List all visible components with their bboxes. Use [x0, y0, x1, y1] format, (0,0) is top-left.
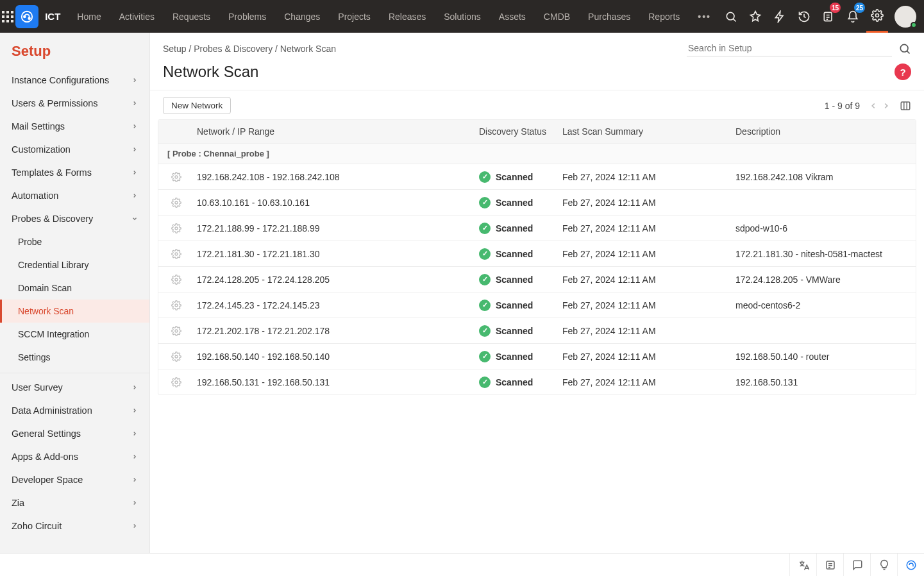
table-row[interactable]: 192.168.242.108 - 192.168.242.108✓Scanne… — [158, 164, 916, 189]
sidebar-sub-probe[interactable]: Probe — [0, 230, 149, 253]
sidebar-item-label: Zoho Circuit — [12, 521, 62, 531]
topbar-right: 15 25 — [720, 0, 924, 33]
table-row[interactable]: 172.21.188.99 - 172.21.188.99✓ScannedFeb… — [158, 215, 916, 241]
sidebar-item-data-administration[interactable]: Data Administration — [0, 399, 149, 422]
nav-purchases[interactable]: Purchases — [579, 0, 639, 33]
svg-point-12 — [727, 12, 734, 20]
sidebar-item-zia[interactable]: Zia — [0, 491, 149, 514]
nav-activities[interactable]: Activities — [110, 0, 164, 33]
col-summary[interactable]: Last Scan Summary — [560, 126, 733, 137]
row-gear-icon[interactable] — [158, 172, 194, 182]
chevron-right-icon — [130, 475, 139, 484]
col-description[interactable]: Description — [733, 126, 916, 137]
nav-reports[interactable]: Reports — [639, 0, 689, 33]
pin-icon[interactable] — [744, 0, 766, 33]
column-toggle-icon[interactable] — [900, 100, 911, 112]
sidebar-sub-credential-library[interactable]: Credential Library — [0, 253, 149, 276]
row-gear-icon[interactable] — [158, 326, 194, 336]
announcements-icon[interactable]: 15 — [818, 0, 839, 33]
nav-problems[interactable]: Problems — [219, 0, 275, 33]
table-row[interactable]: 172.21.181.30 - 172.21.181.30✓ScannedFeb… — [158, 241, 916, 266]
brand[interactable]: ICT — [15, 5, 68, 28]
sidebar-item-instance-configurations[interactable]: Instance Configurations — [0, 69, 149, 92]
cell-status: ✓Scanned — [476, 274, 560, 285]
sidebar-item-developer-space[interactable]: Developer Space — [0, 468, 149, 491]
nav-changes[interactable]: Changes — [275, 0, 329, 33]
table-row[interactable]: 192.168.50.140 - 192.168.50.140✓ScannedF… — [158, 343, 916, 369]
nav-solutions[interactable]: Solutions — [435, 0, 490, 33]
nav-requests[interactable]: Requests — [164, 0, 219, 33]
nav-cmdb[interactable]: CMDB — [535, 0, 579, 33]
row-gear-icon[interactable] — [158, 377, 194, 387]
language-icon[interactable] — [789, 554, 816, 577]
bolt-icon[interactable] — [769, 0, 791, 33]
support-icon[interactable] — [897, 554, 924, 577]
cell-status: ✓Scanned — [476, 223, 560, 234]
sidebar-sub-settings[interactable]: Settings — [0, 346, 149, 369]
help-button[interactable]: ? — [895, 64, 911, 80]
search-input[interactable] — [687, 40, 892, 56]
pager: 1 - 9 of 9 — [825, 100, 911, 112]
svg-point-21 — [175, 278, 178, 281]
table-row[interactable]: 192.168.50.131 - 192.168.50.131✓ScannedF… — [158, 369, 916, 394]
chevron-right-icon — [130, 521, 139, 530]
sidebar-item-probes-discovery[interactable]: Probes & Discovery — [0, 207, 149, 230]
cell-status: ✓Scanned — [476, 248, 560, 260]
chevron-right-icon — [130, 145, 139, 154]
sidebar-item-user-survey[interactable]: User Survey — [0, 373, 149, 399]
sidebar-item-customization[interactable]: Customization — [0, 138, 149, 161]
chat-icon[interactable] — [843, 554, 870, 577]
pager-prev-icon[interactable] — [869, 101, 878, 110]
check-icon: ✓ — [479, 274, 491, 285]
brand-icon — [15, 5, 38, 28]
sidebar-item-zoho-circuit[interactable]: Zoho Circuit — [0, 514, 149, 538]
col-status[interactable]: Discovery Status — [476, 126, 560, 137]
nav-projects[interactable]: Projects — [329, 0, 380, 33]
history-icon[interactable] — [793, 0, 815, 33]
sidebar-sub-domain-scan[interactable]: Domain Scan — [0, 276, 149, 300]
nav-assets[interactable]: Assets — [490, 0, 535, 33]
lightbulb-icon[interactable] — [870, 554, 897, 577]
table-row[interactable]: 172.24.145.23 - 172.24.145.23✓ScannedFeb… — [158, 292, 916, 318]
row-gear-icon[interactable] — [158, 352, 194, 362]
sidebar-item-automation[interactable]: Automation — [0, 184, 149, 207]
pager-next-icon[interactable] — [882, 101, 891, 110]
nav-releases[interactable]: Releases — [380, 0, 435, 33]
breadcrumb[interactable]: Setup / Probes & Discovery / Network Sca… — [163, 44, 336, 54]
sidebar-item-general-settings[interactable]: General Settings — [0, 422, 149, 445]
user-avatar[interactable] — [895, 6, 916, 28]
notes-icon[interactable] — [816, 554, 843, 577]
sidebar-sub-sccm-integration[interactable]: SCCM Integration — [0, 323, 149, 346]
new-network-button[interactable]: New Network — [163, 97, 231, 114]
col-network[interactable]: Network / IP Range — [194, 126, 476, 137]
row-gear-icon[interactable] — [158, 223, 194, 233]
cell-description: 172.24.128.205 - VMWare — [733, 275, 916, 285]
sidebar-item-mail-settings[interactable]: Mail Settings — [0, 115, 149, 138]
sidebar-item-label: Apps & Add-ons — [12, 452, 78, 462]
sidebar-item-users-permissions[interactable]: Users & Permissions — [0, 92, 149, 115]
app-launcher-icon[interactable] — [0, 11, 15, 22]
content: Setup / Probes & Discovery / Network Sca… — [150, 33, 924, 553]
notifications-icon[interactable]: 25 — [842, 0, 864, 33]
sidebar: Setup Instance Configurations Users & Pe… — [0, 33, 150, 553]
table-row[interactable]: 10.63.10.161 - 10.63.10.161✓ScannedFeb 2… — [158, 189, 916, 215]
sidebar-item-label: SCCM Integration — [18, 329, 89, 339]
nav-more[interactable]: ••• — [689, 0, 720, 33]
row-gear-icon[interactable] — [158, 249, 194, 259]
nav-home[interactable]: Home — [68, 0, 110, 33]
table-row[interactable]: 172.24.128.205 - 172.24.128.205✓ScannedF… — [158, 266, 916, 292]
sidebar-sub-network-scan[interactable]: Network Scan — [0, 300, 149, 323]
settings-icon[interactable] — [866, 0, 888, 33]
table-row[interactable]: 172.21.202.178 - 172.21.202.178✓ScannedF… — [158, 318, 916, 343]
sidebar-item-apps-addons[interactable]: Apps & Add-ons — [0, 445, 149, 468]
svg-rect-6 — [2, 20, 4, 22]
row-gear-icon[interactable] — [158, 198, 194, 208]
cell-summary: Feb 27, 2024 12:11 AM — [560, 377, 733, 387]
search-icon[interactable] — [720, 0, 742, 33]
row-gear-icon[interactable] — [158, 300, 194, 310]
row-gear-icon[interactable] — [158, 275, 194, 285]
cell-description: 192.168.242.108 Vikram — [733, 172, 916, 182]
sidebar-item-templates-forms[interactable]: Templates & Forms — [0, 161, 149, 184]
search-icon[interactable] — [898, 42, 911, 55]
cell-description: meod-centos6-2 — [733, 300, 916, 310]
